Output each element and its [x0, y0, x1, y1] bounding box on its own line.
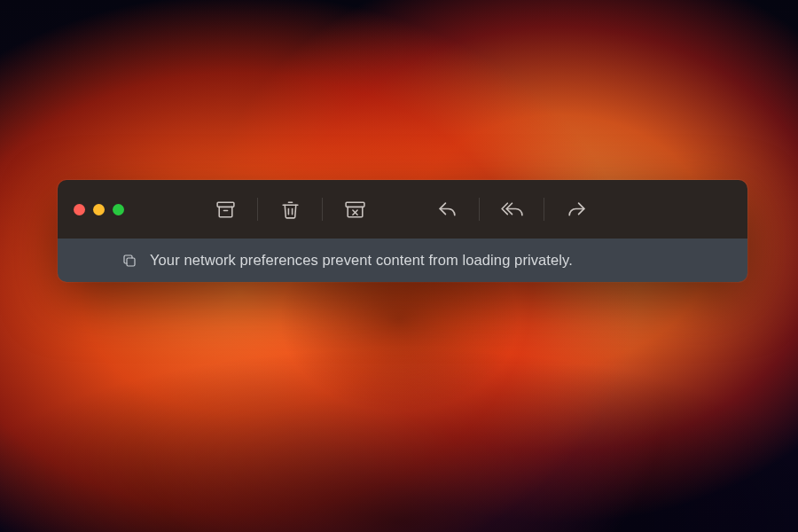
zoom-button[interactable] [113, 204, 124, 215]
junk-icon [343, 199, 367, 221]
svg-rect-4 [346, 202, 364, 207]
delete-button[interactable] [270, 190, 309, 229]
toolbar-divider [322, 198, 323, 221]
archive-button[interactable] [206, 190, 245, 229]
toolbar [58, 180, 747, 239]
archive-icon [215, 199, 237, 221]
forward-button[interactable] [557, 190, 596, 229]
forward-icon [565, 199, 589, 221]
svg-rect-0 [217, 202, 234, 207]
junk-button[interactable] [335, 190, 374, 229]
trash-icon [279, 199, 301, 221]
stacked-squares-icon [121, 253, 137, 269]
toolbar-divider [544, 198, 544, 221]
close-button[interactable] [74, 204, 85, 215]
reply-button[interactable] [427, 190, 466, 229]
reply-icon [435, 199, 459, 221]
banner-message: Your network preferences prevent content… [150, 252, 573, 269]
minimize-button[interactable] [93, 204, 105, 215]
toolbar-divider [257, 198, 258, 221]
reply-all-button[interactable] [492, 190, 531, 229]
privacy-banner[interactable]: Your network preferences prevent content… [58, 239, 747, 282]
toolbar-divider [479, 198, 480, 221]
svg-rect-7 [127, 258, 135, 266]
reply-all-icon [499, 199, 525, 221]
mail-window: Your network preferences prevent content… [58, 180, 747, 282]
window-controls [74, 204, 124, 215]
